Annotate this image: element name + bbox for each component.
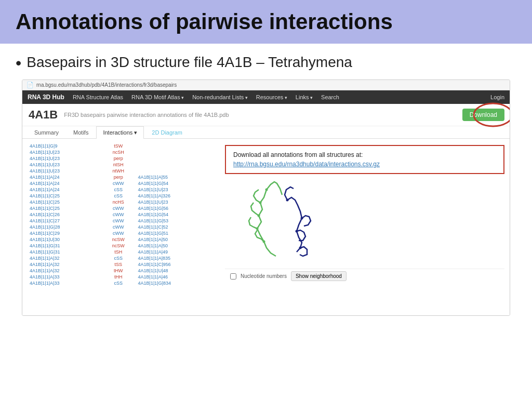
- nav-links[interactable]: Links: [296, 94, 313, 100]
- nav-brand[interactable]: RNA 3D Hub: [28, 94, 64, 101]
- pdb-id: 4A1B: [29, 108, 58, 122]
- table-row: 4A1B|1|1|G|28cWW4A1B|1|1|C|52: [28, 224, 215, 230]
- tabs-row: Summary Motifs Interactions ▾ 2D Diagram: [22, 126, 510, 139]
- page-header-row: 4A1B FR3D basepairs pairwise interaction…: [22, 104, 510, 126]
- table-row: 4A1B|1|1|G|31ncSW4A1B|1|1|A|50: [28, 243, 215, 249]
- table-row: 4A1B|1|1|U|23ncSH: [28, 149, 215, 155]
- nav-rna-structure-atlas[interactable]: RNA Structure Atlas: [73, 94, 123, 100]
- table-row: 4A1B|1|1|U|23ntSH: [28, 162, 215, 168]
- table-row: 4A1B|1|1|U|23ntWH: [28, 168, 215, 174]
- svg-point-7: [301, 217, 303, 220]
- table-row: 4A1B|1|1|A|33cSS4A1B|1|1|G|834: [28, 280, 215, 286]
- download-button[interactable]: Download: [462, 109, 504, 121]
- bullet-point: Basepairs in 3D structure file 4A1B – Te…: [16, 54, 516, 72]
- nav-resources[interactable]: Resources: [256, 94, 287, 100]
- nucleotide-numbers-label: Nucleotide numbers: [241, 273, 287, 279]
- tab-motifs[interactable]: Motifs: [66, 126, 95, 139]
- address-url: rna.bgsu.edu/rna3dhub/pdb/4A1B/interacti…: [36, 82, 177, 88]
- annotation-link[interactable]: http://rna.bgsu.edu/rna3dhub/data/intera…: [233, 161, 496, 168]
- tab-2d-diagram[interactable]: 2D Diagram: [145, 126, 189, 139]
- content-area: 4A1B|1|1|G|9tSW4A1B|1|1|U|23ncSH4A1B|1|1…: [22, 139, 510, 315]
- svg-point-2: [259, 202, 262, 204]
- svg-point-8: [296, 230, 298, 233]
- svg-point-3: [258, 215, 260, 217]
- table-row: 4A1B|1|1|A|32cSS4A1B|1|1|A|835: [28, 255, 215, 261]
- interactions-table: 4A1B|1|1|G|9tSW4A1B|1|1|U|23ncSH4A1B|1|1…: [28, 143, 215, 286]
- table-row: 4A1B|1|1|U|30ncSW4A1B|1|1|A|50: [28, 236, 215, 243]
- table-row: 4A1B|1|1|C|29cWW4A1B|1|1|G|51: [28, 230, 215, 236]
- table-row: 4A1B|1|1|A|33tHH4A1B|1|1|A|46: [28, 274, 215, 280]
- header-banner: Annotations of pairwise interactions: [0, 0, 532, 44]
- tab-interactions[interactable]: Interactions ▾: [96, 126, 144, 139]
- annotation-box-wrapper: Download all annotations from all struct…: [220, 139, 510, 315]
- table-row: 4A1B|1|1|A|32tSS4A1B|1|1|C|956: [28, 261, 215, 268]
- page-title: Annotations of pairwise interactions: [16, 9, 516, 34]
- table-row: 4A1B|1|1|G|9tSW: [28, 143, 215, 149]
- table-row: 4A1B|1|1|A|32tHW4A1B|1|1|U|48: [28, 268, 215, 274]
- browser-window: 📄 rna.bgsu.edu/rna3dhub/pdb/4A1B/interac…: [22, 79, 510, 316]
- svg-point-6: [286, 199, 289, 202]
- nav-search[interactable]: Search: [321, 94, 339, 100]
- svg-point-9: [299, 247, 302, 249]
- bullet-text: Basepairs in 3D structure file 4A1B – Te…: [26, 54, 352, 71]
- main-content: Basepairs in 3D structure file 4A1B – Te…: [0, 44, 532, 316]
- svg-point-1: [265, 189, 268, 191]
- molecule-visualization: [225, 174, 329, 268]
- page-icon: 📄: [26, 82, 34, 88]
- nav-non-redundant-lists[interactable]: Non-redundant Lists: [192, 94, 248, 100]
- table-row: 4A1B|1|1|G|31tSH4A1B|1|1|A|49: [28, 249, 215, 255]
- nav-login[interactable]: Login: [490, 94, 504, 100]
- table-row: 4A1B|1|1|C|25cWW4A1B|1|1|G|56: [28, 205, 215, 211]
- nucleotide-controls: Nucleotide numbers Show neighborhood: [225, 269, 504, 283]
- table-row: 4A1B|1|1|A|24cSS4A1B|1|1|U|23: [28, 187, 215, 193]
- annotation-box: Download all annotations from all struct…: [225, 145, 504, 174]
- table-row: 4A1B|1|1|A|24perp4A1B|1|1|A|55: [28, 174, 215, 180]
- table-row: 4A1B|1|1|C|26cWW4A1B|1|1|G|54: [28, 211, 215, 218]
- table-row: 4A1B|1|1|C|25cSS4A1B|1|1|A|326: [28, 193, 215, 199]
- nav-rna-3d-motif-atlas[interactable]: RNA 3D Motif Atlas: [131, 94, 184, 100]
- page-description: FR3D basepairs pairwise interaction anno…: [64, 112, 229, 118]
- table-row: 4A1B|1|1|C|25ncHS4A1B|1|1|U|23: [28, 199, 215, 205]
- svg-point-5: [263, 241, 265, 243]
- table-row: 4A1B|1|1|C|27cWW4A1B|1|1|G|53: [28, 218, 215, 224]
- svg-point-4: [256, 228, 259, 230]
- tab-summary[interactable]: Summary: [28, 126, 65, 139]
- table-row: 4A1B|1|1|A|24cWW4A1B|1|1|G|54: [28, 180, 215, 187]
- table-section: 4A1B|1|1|G|9tSW4A1B|1|1|U|23ncSH4A1B|1|1…: [22, 139, 220, 315]
- address-bar: 📄 rna.bgsu.edu/rna3dhub/pdb/4A1B/interac…: [22, 80, 510, 90]
- annotation-text: Download all annotations from all struct…: [233, 151, 363, 158]
- table-row: 4A1B|1|1|U|23perp: [28, 155, 215, 162]
- show-neighborhood-button[interactable]: Show neighborhood: [291, 271, 347, 281]
- nucleotide-numbers-checkbox[interactable]: [230, 273, 236, 280]
- rna-navbar: RNA 3D Hub RNA Structure Atlas RNA 3D Mo…: [22, 90, 510, 104]
